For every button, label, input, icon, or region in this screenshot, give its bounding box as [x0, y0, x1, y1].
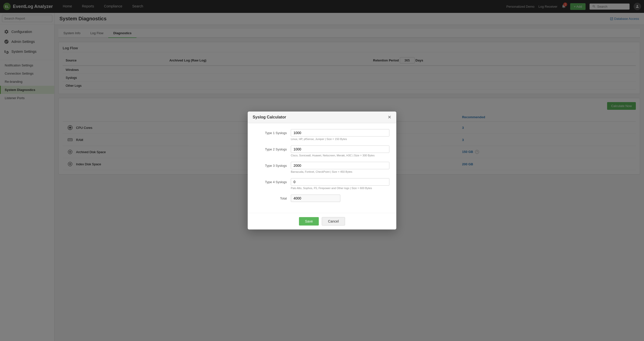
field-hint-3: Palo Alto, Sophos, F5, Firepower and Oth… — [291, 187, 389, 190]
field-label-0: Type 1 Syslogs — [255, 129, 287, 135]
field-label-2: Type 3 Syslogs — [255, 162, 287, 168]
modal-total-row: Total — [255, 195, 389, 202]
field-wrapper-3: Palo Alto, Sophos, F5, Firepower and Oth… — [291, 178, 389, 190]
modal-overlay[interactable]: Syslog Calculator ✕ Type 1 Syslogs Linux… — [0, 0, 644, 341]
modal-field-row-0: Type 1 Syslogs Linux, HP, pfSense, Junip… — [255, 129, 389, 141]
field-input-2[interactable] — [291, 162, 389, 169]
field-input-1[interactable] — [291, 145, 389, 153]
modal-title: Syslog Calculator — [253, 115, 286, 119]
cancel-button[interactable]: Cancel — [322, 217, 345, 225]
modal-field-row-1: Type 2 Syslogs Cisco, Sonicwall, Huawei,… — [255, 145, 389, 157]
total-label: Total — [255, 197, 287, 200]
save-button[interactable]: Save — [299, 217, 319, 225]
field-input-3[interactable] — [291, 178, 389, 186]
modal-field-row-3: Type 4 Syslogs Palo Alto, Sophos, F5, Fi… — [255, 178, 389, 190]
modal-header: Syslog Calculator ✕ — [248, 112, 396, 123]
field-wrapper-2: Barracuda, Fortinet, CheckPoint | Size =… — [291, 162, 389, 173]
field-hint-0: Linux, HP, pfSense, Juniper | Size = 150… — [291, 138, 389, 141]
modal-close-button[interactable]: ✕ — [388, 115, 391, 119]
total-input[interactable] — [291, 195, 340, 202]
syslog-calculator-modal: Syslog Calculator ✕ Type 1 Syslogs Linux… — [248, 112, 396, 229]
modal-footer: Save Cancel — [248, 213, 396, 229]
field-input-0[interactable] — [291, 129, 389, 137]
modal-field-row-2: Type 3 Syslogs Barracuda, Fortinet, Chec… — [255, 162, 389, 173]
modal-body: Type 1 Syslogs Linux, HP, pfSense, Junip… — [248, 123, 396, 213]
field-wrapper-0: Linux, HP, pfSense, Juniper | Size = 150… — [291, 129, 389, 141]
field-wrapper-1: Cisco, Sonicwall, Huawei, Netscreen, Mer… — [291, 145, 389, 157]
field-hint-2: Barracuda, Fortinet, CheckPoint | Size =… — [291, 170, 389, 173]
field-label-1: Type 2 Syslogs — [255, 145, 287, 151]
field-label-3: Type 4 Syslogs — [255, 178, 287, 184]
field-hint-1: Cisco, Sonicwall, Huawei, Netscreen, Mer… — [291, 154, 389, 157]
